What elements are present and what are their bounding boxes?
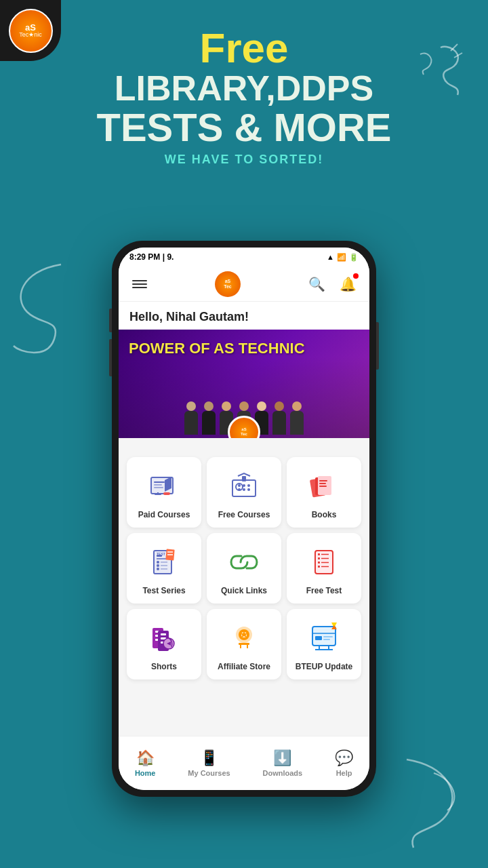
phone-btn-left2 bbox=[109, 339, 112, 376]
person-7 bbox=[290, 401, 304, 435]
menu-item-shorts[interactable]: Shorts bbox=[127, 609, 201, 679]
person-1 bbox=[184, 401, 198, 435]
books-label: Books bbox=[312, 510, 337, 519]
books-icon bbox=[306, 468, 342, 505]
svg-point-30 bbox=[157, 568, 159, 570]
phone-screen: 8:29 PM | 9. ▲ 📶 🔋 aSTec bbox=[119, 248, 369, 790]
banner: POWER OF AS TECHNIC bbox=[119, 330, 369, 438]
headline-tests: TESTS & MORE bbox=[27, 108, 461, 147]
bottom-nav: 🏠 Home 📱 My Courses ⬇️ Downloads 💬 Help bbox=[119, 736, 369, 790]
app-logo: aS Tec★nic bbox=[9, 9, 53, 53]
svg-point-26 bbox=[157, 561, 159, 564]
svg-rect-60 bbox=[315, 636, 322, 640]
free-courses-icon bbox=[226, 468, 262, 505]
svg-rect-61 bbox=[323, 636, 333, 637]
subheadline: WE HAVE TO SORTED! bbox=[27, 153, 461, 167]
app-header: aSTec 🔍 🔔 bbox=[119, 267, 369, 302]
svg-rect-36 bbox=[318, 553, 320, 555]
svg-rect-42 bbox=[318, 566, 320, 568]
greeting-text: Hello, Nihal Gautam! bbox=[119, 302, 369, 330]
menu-item-bteup-update[interactable]: BTEUP Update bbox=[287, 609, 361, 679]
svg-point-10 bbox=[243, 488, 245, 491]
wifi-icon: ▲ bbox=[327, 253, 334, 261]
phone-outer: 8:29 PM | 9. ▲ 📶 🔋 aSTec bbox=[112, 241, 376, 797]
quick-links-icon bbox=[226, 544, 262, 580]
phone-btn-left bbox=[109, 309, 112, 332]
person-6 bbox=[272, 401, 286, 435]
menu-item-books[interactable]: Books bbox=[287, 457, 361, 528]
headline-main: LIBRARY,DDPS bbox=[27, 69, 461, 108]
signal-icon: 📶 bbox=[337, 253, 346, 262]
svg-point-11 bbox=[247, 488, 250, 491]
notification-button[interactable]: 🔔 bbox=[337, 273, 359, 295]
menu-item-test-series[interactable]: TEST bbox=[127, 533, 201, 604]
svg-rect-2 bbox=[154, 484, 162, 486]
svg-rect-20 bbox=[319, 483, 326, 484]
status-time: 8:29 PM | 9. bbox=[129, 252, 174, 262]
menu-item-paid-courses[interactable]: Paid Courses bbox=[127, 457, 201, 528]
svg-point-13 bbox=[243, 484, 245, 487]
svg-rect-19 bbox=[319, 480, 327, 481]
bteup-update-icon bbox=[306, 620, 342, 656]
deco-swirl-left bbox=[7, 258, 75, 359]
svg-point-9 bbox=[238, 488, 241, 491]
quick-links-label: Quick Links bbox=[221, 586, 267, 595]
nav-help[interactable]: 💬 Help bbox=[325, 746, 363, 781]
downloads-nav-icon: ⬇️ bbox=[273, 749, 291, 767]
free-courses-label: Free Courses bbox=[218, 510, 270, 519]
paid-courses-icon bbox=[146, 468, 182, 505]
free-test-icon bbox=[306, 544, 342, 580]
nav-my-courses[interactable]: 📱 My Courses bbox=[178, 746, 240, 781]
shorts-label: Shorts bbox=[151, 662, 177, 671]
logo-technic: Tec★nic bbox=[19, 32, 42, 38]
app-content: Hello, Nihal Gautam! POWER OF AS TECHNIC bbox=[119, 302, 369, 736]
svg-point-28 bbox=[157, 564, 159, 567]
svg-point-14 bbox=[247, 484, 250, 487]
test-series-label: Test Series bbox=[142, 586, 185, 595]
hero-section: Free LIBRARY,DDPS TESTS & MORE WE HAVE T… bbox=[0, 0, 488, 174]
svg-rect-15 bbox=[242, 476, 246, 481]
svg-rect-49 bbox=[161, 633, 166, 635]
phone-mockup: 8:29 PM | 9. ▲ 📶 🔋 aSTec bbox=[112, 241, 376, 797]
bteup-update-label: BTEUP Update bbox=[296, 662, 352, 671]
menu-item-free-test[interactable]: Free Test bbox=[287, 533, 361, 604]
svg-rect-38 bbox=[318, 557, 320, 559]
menu-item-quick-links[interactable]: Quick Links bbox=[207, 533, 281, 604]
svg-rect-40 bbox=[318, 561, 320, 564]
hamburger-menu[interactable] bbox=[129, 275, 150, 293]
help-nav-icon: 💬 bbox=[335, 749, 353, 767]
banner-text: POWER OF AS TECHNIC bbox=[129, 340, 305, 357]
my-courses-nav-icon: 📱 bbox=[200, 749, 218, 767]
svg-rect-5 bbox=[163, 492, 170, 495]
logo-corner: aS Tec★nic bbox=[0, 0, 61, 61]
downloads-nav-label: Downloads bbox=[263, 769, 303, 777]
search-button[interactable]: 🔍 bbox=[306, 273, 327, 295]
my-courses-nav-label: My Courses bbox=[188, 769, 230, 777]
test-series-icon: TEST bbox=[146, 544, 182, 580]
nav-home[interactable]: 🏠 Home bbox=[125, 746, 166, 781]
header-logo: aSTec bbox=[215, 271, 241, 297]
help-nav-label: Help bbox=[336, 769, 352, 777]
notification-dot bbox=[353, 273, 359, 279]
person-2 bbox=[202, 401, 216, 435]
svg-point-12 bbox=[238, 484, 241, 487]
svg-rect-21 bbox=[319, 486, 327, 487]
affiliate-store-label: Affiliate Store bbox=[218, 662, 270, 671]
menu-item-free-courses[interactable]: Free Courses bbox=[207, 457, 281, 528]
shorts-icon bbox=[146, 620, 182, 656]
deco-swirl-bottom-right bbox=[393, 753, 474, 854]
home-nav-icon: 🏠 bbox=[136, 749, 155, 767]
svg-rect-62 bbox=[323, 639, 330, 640]
svg-rect-1 bbox=[154, 481, 165, 483]
svg-text:TEST: TEST bbox=[157, 552, 165, 556]
phone-btn-right bbox=[376, 322, 379, 370]
svg-rect-57 bbox=[239, 643, 249, 645]
headline-free: Free bbox=[27, 27, 461, 69]
free-test-label: Free Test bbox=[306, 586, 342, 595]
nav-downloads[interactable]: ⬇️ Downloads bbox=[253, 746, 313, 781]
svg-rect-6 bbox=[155, 494, 161, 495]
paid-courses-label: Paid Courses bbox=[138, 510, 190, 519]
menu-grid: Paid Courses bbox=[119, 438, 369, 688]
menu-item-affiliate-store[interactable]: Affiliate Store bbox=[207, 609, 281, 679]
status-bar: 8:29 PM | 9. ▲ 📶 🔋 bbox=[119, 248, 369, 267]
